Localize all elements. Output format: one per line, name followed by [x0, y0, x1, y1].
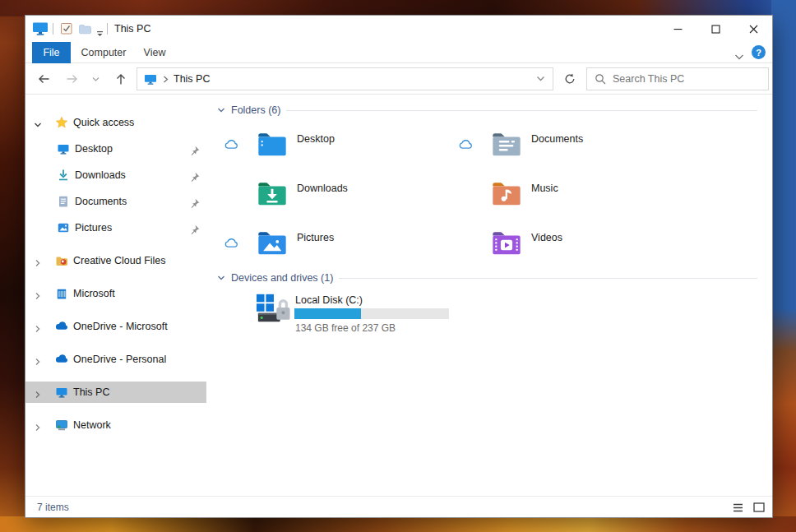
local-disk-tile[interactable]: [254, 291, 292, 329]
pin-icon[interactable]: [190, 170, 200, 185]
sidebar-item-this-pc[interactable]: This PC: [25, 382, 206, 403]
divider: [286, 110, 757, 111]
back-button[interactable]: [32, 67, 55, 90]
folder-tile-music[interactable]: Music: [490, 178, 558, 214]
sidebar-item-network[interactable]: Network: [25, 414, 206, 436]
tab-view[interactable]: View: [134, 42, 175, 63]
chevron-down-icon[interactable]: [217, 106, 225, 114]
sidebar-item-creative-cloud-files[interactable]: Creative Cloud Files: [25, 250, 206, 271]
chevron-right-icon[interactable]: [34, 289, 42, 303]
title-bar: This PC: [25, 16, 772, 42]
sidebar-item-desktop[interactable]: Desktop: [25, 138, 206, 160]
videos-folder-icon: [490, 227, 523, 263]
group-label: Devices and drives (1): [231, 272, 333, 284]
qat-properties-button[interactable]: [60, 22, 73, 39]
document-icon: [57, 195, 70, 208]
ribbon-tab-row: File Computer View ?: [25, 42, 772, 63]
items-count: 7 items: [37, 502, 69, 513]
folder-tile-label: Desktop: [297, 133, 335, 164]
folder-tile-label: Music: [531, 183, 558, 214]
breadcrumb-chevron-icon[interactable]: [163, 76, 169, 83]
sidebar-item-label: This PC: [73, 386, 109, 398]
search-icon: [595, 73, 606, 85]
expand-ribbon-chevron-icon[interactable]: [734, 49, 744, 64]
main-area: Quick access Desktop Downloads Documents…: [25, 95, 772, 497]
sidebar-item-quick-access[interactable]: Quick access: [25, 112, 206, 133]
this-pc-mini-icon: [55, 386, 68, 399]
chevron-down-icon[interactable]: [217, 274, 225, 282]
separator: [107, 23, 108, 35]
pictures-folder-icon: [256, 227, 289, 263]
folder-tile-documents[interactable]: Documents: [490, 128, 583, 164]
recent-locations-chevron[interactable]: [86, 67, 104, 90]
details-view-button[interactable]: [731, 502, 744, 513]
sidebar-item-onedrive-microsoft[interactable]: OneDrive - Microsoft: [25, 316, 206, 337]
refresh-button[interactable]: [558, 67, 581, 90]
group-label: Folders (6): [231, 104, 280, 116]
qat-customize-dropdown[interactable]: [96, 25, 104, 40]
drive-label[interactable]: Local Disk (C:): [295, 294, 363, 306]
chevron-right-icon[interactable]: [34, 354, 42, 369]
maximize-button[interactable]: [696, 16, 734, 42]
help-button[interactable]: ?: [752, 45, 766, 59]
separator: [53, 23, 53, 35]
documents-folder-icon: [490, 128, 523, 164]
desktop-icon: [57, 142, 70, 155]
desktop-wallpaper: [0, 516, 796, 532]
sidebar-item-label: Network: [73, 419, 111, 431]
address-dropdown-chevron[interactable]: [536, 76, 545, 82]
qat-new-folder-button[interactable]: [78, 22, 91, 39]
disk-usage-bar: [294, 308, 449, 319]
tab-computer[interactable]: Computer: [75, 42, 132, 63]
sidebar-item-label: Documents: [75, 196, 127, 207]
folder-tile-label: Videos: [531, 232, 562, 263]
cloud-status-icon: [458, 138, 474, 153]
chevron-down-icon[interactable]: [34, 118, 42, 132]
sidebar-item-label: OneDrive - Personal: [73, 354, 166, 365]
address-bar[interactable]: This PC: [137, 67, 553, 90]
sidebar-item-pictures[interactable]: Pictures: [25, 217, 206, 238]
folder-tile-label: Pictures: [297, 232, 334, 263]
chevron-right-icon[interactable]: [34, 322, 42, 336]
cloud-status-icon: [224, 138, 239, 153]
group-header-folders[interactable]: Folders (6): [217, 104, 766, 116]
group-header-devices[interactable]: Devices and drives (1): [217, 272, 766, 284]
sidebar-item-downloads[interactable]: Downloads: [25, 164, 206, 186]
status-bar: 7 items: [25, 496, 772, 517]
chevron-right-icon[interactable]: [34, 256, 42, 271]
chevron-right-icon[interactable]: [34, 387, 42, 402]
sidebar-item-label: OneDrive - Microsoft: [73, 321, 168, 332]
folder-tile-label: Documents: [531, 133, 583, 164]
breadcrumb[interactable]: This PC: [174, 73, 210, 85]
disk-usage-fill: [294, 308, 361, 319]
pin-icon[interactable]: [190, 144, 200, 159]
sidebar-item-documents[interactable]: Documents: [25, 191, 206, 212]
sidebar-item-microsoft[interactable]: Microsoft: [25, 283, 206, 304]
downloads-folder-icon: [256, 178, 289, 214]
pictures-icon: [57, 221, 70, 234]
folder-tile-desktop[interactable]: Desktop: [256, 128, 335, 164]
tab-file[interactable]: File: [32, 42, 71, 63]
navigation-bar: This PC: [25, 63, 772, 95]
this-pc-mini-icon: [144, 72, 157, 86]
large-icons-view-button[interactable]: [752, 502, 766, 513]
close-button[interactable]: [734, 16, 772, 42]
desktop-wallpaper: [0, 0, 26, 532]
chevron-right-icon[interactable]: [34, 420, 42, 435]
building-icon: [55, 287, 68, 300]
folder-tile-downloads[interactable]: Downloads: [256, 178, 348, 214]
folder-tile-videos[interactable]: Videos: [490, 227, 562, 263]
music-folder-icon: [490, 178, 523, 214]
sidebar-item-label: Creative Cloud Files: [73, 255, 166, 266]
network-icon: [55, 419, 68, 432]
minimize-button[interactable]: [659, 16, 696, 42]
forward-button[interactable]: [60, 67, 83, 90]
pin-icon[interactable]: [190, 197, 200, 211]
up-button[interactable]: [109, 67, 132, 90]
sidebar-item-onedrive-personal[interactable]: OneDrive - Personal: [25, 349, 206, 370]
desktop-folder-icon: [256, 128, 289, 164]
folder-tile-pictures[interactable]: Pictures: [256, 227, 334, 263]
onedrive-cloud-icon: [55, 320, 68, 333]
pin-icon[interactable]: [190, 223, 200, 238]
search-input[interactable]: [613, 73, 768, 85]
